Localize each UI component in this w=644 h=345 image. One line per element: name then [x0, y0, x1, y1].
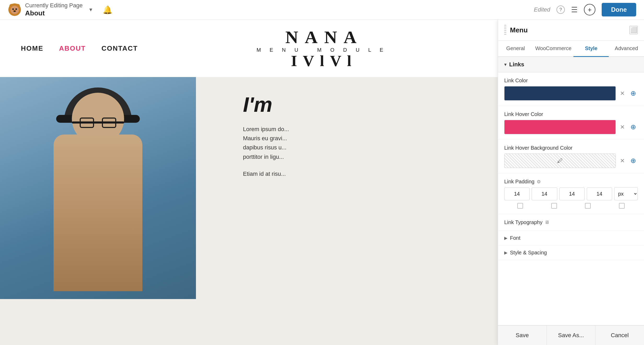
padding-right-wrap	[532, 188, 557, 200]
glasses-left-decoration	[80, 118, 94, 128]
padding-left-checkbox[interactable]	[619, 203, 625, 209]
link-color-label: Link Color	[504, 78, 638, 84]
nav-item-contact[interactable]: CONTACT	[101, 44, 138, 52]
link-padding-group: Link Padding ⚙ px em %	[498, 173, 644, 214]
tab-woocommerce[interactable]: WooCommerce	[533, 41, 574, 57]
font-subsection[interactable]: ▶ Font	[498, 231, 644, 245]
nav-item-home[interactable]: HOME	[21, 44, 43, 52]
padding-bottom-wrap	[559, 188, 585, 200]
link-icon: ⚙	[537, 179, 541, 185]
body-text-1: Lorem ipsum do... Mauris eu gravi... dap…	[243, 125, 478, 161]
person-image	[0, 77, 196, 299]
save-button[interactable]: Save	[498, 326, 547, 345]
link-color-add-icon[interactable]: ⊕	[629, 88, 638, 99]
link-hover-bg-add-icon[interactable]: ⊕	[629, 155, 638, 166]
site-logo: N A N A M E N U M O D U L E I V l V l	[257, 28, 387, 69]
padding-top-checkbox[interactable]	[517, 203, 523, 209]
padding-top-wrap	[504, 188, 530, 200]
padding-bottom-checkbox[interactable]	[585, 203, 591, 209]
top-bar: Currently Editing Page About ▾ 🔔 Edited …	[0, 0, 644, 20]
link-hover-color-swatch[interactable]	[504, 120, 616, 134]
svg-point-7	[14, 10, 16, 12]
nav-item-about[interactable]: ABOUT	[59, 44, 86, 52]
currently-editing-label: Currently Editing Page	[25, 2, 83, 9]
panel-body: ▾ Links Link Color ✕ ⊕ Link Hover Color …	[498, 57, 644, 325]
save-as-button[interactable]: Save As...	[547, 326, 596, 345]
svg-point-5	[15, 8, 17, 10]
panel-footer: Save Save As... Cancel	[498, 325, 644, 345]
svg-point-4	[12, 8, 14, 10]
link-hover-bg-row: 🖊 ✕ ⊕	[504, 154, 638, 168]
logo-bottom-text: I V l V l	[291, 53, 352, 69]
link-hover-bg-swatch[interactable]: 🖊	[504, 154, 616, 168]
link-hover-bg-label: Link Hover Background Color	[504, 145, 638, 151]
padding-unit-select[interactable]: px em %	[614, 187, 638, 200]
page-info: Currently Editing Page About	[25, 2, 83, 17]
tab-advanced[interactable]: Advanced	[609, 41, 644, 57]
top-actions: Edited ? ☰ + Done	[534, 3, 636, 16]
padding-left-wrap	[587, 188, 612, 200]
body-text-2: Etiam id at risu...	[243, 169, 478, 178]
link-hover-color-group: Link Hover Color ✕ ⊕	[498, 106, 644, 140]
list-icon[interactable]: ☰	[571, 5, 578, 14]
padding-right-input[interactable]	[532, 188, 557, 200]
eyedropper-icon: 🖊	[557, 157, 563, 164]
bear-logo-icon	[8, 3, 21, 16]
style-spacing-label: Style & Spacing	[510, 250, 547, 256]
link-padding-label: Link Padding ⚙	[504, 179, 638, 185]
padding-top-input[interactable]	[504, 188, 530, 200]
right-panel: Menu ⬜ General WooCommerce Style Advance…	[498, 20, 644, 345]
tab-general[interactable]: General	[498, 41, 533, 57]
link-hover-bg-group: Link Hover Background Color 🖊 ✕ ⊕	[498, 140, 644, 173]
panel-title: Menu	[510, 26, 629, 34]
padding-right-checkbox[interactable]	[551, 203, 557, 209]
content-left	[0, 77, 222, 345]
logo-top-text: N A N A	[285, 28, 358, 46]
link-hover-color-label: Link Hover Color	[504, 111, 638, 117]
links-chevron-icon: ▾	[504, 62, 507, 67]
padding-inputs-row: px em %	[504, 187, 638, 200]
padding-left-input[interactable]	[587, 188, 612, 200]
bell-icon[interactable]: 🔔	[103, 5, 112, 14]
tab-style[interactable]: Style	[573, 41, 609, 57]
padding-right-checkbox-wrap	[538, 203, 570, 209]
help-icon[interactable]: ?	[556, 5, 565, 14]
style-spacing-chevron-icon: ▶	[504, 250, 507, 255]
page-dropdown-icon[interactable]: ▾	[89, 6, 92, 13]
add-icon[interactable]: +	[584, 4, 595, 15]
padding-checkboxes	[504, 203, 638, 209]
page-name-label: About	[25, 9, 83, 17]
edited-label: Edited	[534, 6, 550, 13]
panel-close-icon[interactable]: ⬜	[629, 26, 638, 34]
link-color-row: ✕ ⊕	[504, 86, 638, 101]
link-hover-color-clear-icon[interactable]: ✕	[618, 122, 626, 132]
padding-left-checkbox-wrap	[606, 203, 638, 209]
done-button[interactable]: Done	[602, 3, 636, 16]
style-spacing-subsection[interactable]: ▶ Style & Spacing	[498, 245, 644, 260]
logo-area: Currently Editing Page About ▾	[8, 2, 92, 17]
panel-tabs: General WooCommerce Style Advanced	[498, 41, 644, 57]
panel-drag-handle[interactable]	[504, 25, 506, 35]
person-body-decoration	[54, 135, 142, 291]
link-hover-color-row: ✕ ⊕	[504, 120, 638, 134]
link-typography-label: Link Typography 🖥	[504, 219, 638, 225]
monitor-icon[interactable]: 🖥	[544, 220, 549, 225]
padding-top-checkbox-wrap	[504, 203, 536, 209]
glasses-right-decoration	[102, 118, 116, 128]
font-label: Font	[510, 235, 520, 241]
link-color-swatch[interactable]	[504, 86, 616, 101]
panel-header: Menu ⬜	[498, 20, 644, 41]
link-typography-group: Link Typography 🖥	[498, 214, 644, 231]
link-color-group: Link Color ✕ ⊕	[498, 72, 644, 106]
link-hover-bg-clear-icon[interactable]: ✕	[618, 156, 626, 166]
padding-bottom-input[interactable]	[559, 188, 585, 200]
padding-bottom-checkbox-wrap	[572, 203, 604, 209]
links-section-header[interactable]: ▾ Links	[498, 57, 644, 72]
link-hover-color-add-icon[interactable]: ⊕	[629, 121, 638, 133]
font-chevron-icon: ▶	[504, 236, 507, 241]
cancel-button[interactable]: Cancel	[595, 326, 644, 345]
link-color-clear-icon[interactable]: ✕	[618, 89, 626, 98]
links-section-label: Links	[509, 61, 524, 68]
site-nav: HOME ABOUT CONTACT	[21, 44, 138, 52]
